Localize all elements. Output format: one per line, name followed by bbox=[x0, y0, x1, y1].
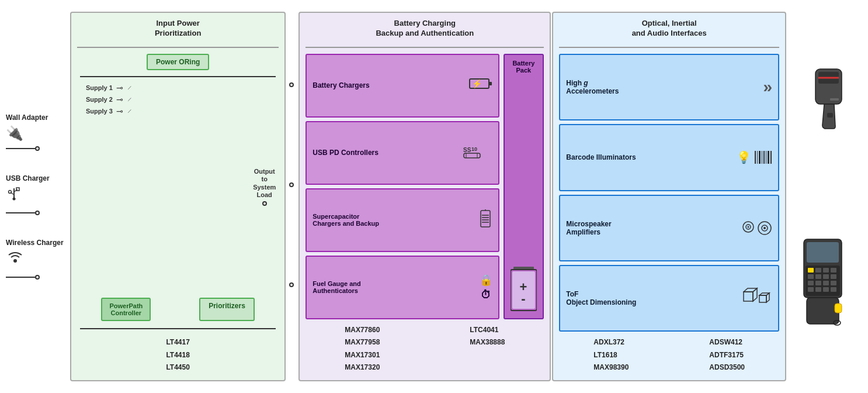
svg-text:⚡: ⚡ bbox=[472, 79, 482, 89]
wireless-charger-input: Wireless Charger bbox=[6, 239, 64, 280]
battery-chargers-block: Battery Chargers ⚡ bbox=[305, 54, 499, 118]
tof-block: ToFObject Dimensioning bbox=[559, 265, 779, 332]
svg-rect-8 bbox=[489, 82, 492, 85]
svg-marker-45 bbox=[766, 293, 769, 302]
svg-rect-57 bbox=[831, 268, 836, 273]
svg-rect-54 bbox=[808, 268, 814, 273]
usb-pd-icon: SS 10 bbox=[463, 145, 492, 161]
green-divider bbox=[77, 47, 279, 48]
switch3-icon: ⊸ bbox=[116, 106, 123, 116]
svg-text:SS: SS bbox=[463, 147, 471, 153]
svg-rect-33 bbox=[770, 151, 772, 164]
battery-pack-col: BatteryPack + - bbox=[503, 54, 544, 319]
wall-adapter-icon: 🔌 bbox=[6, 125, 23, 142]
battery-chargers-icon: ⚡ bbox=[469, 77, 492, 94]
svg-rect-43 bbox=[759, 295, 766, 302]
accelerometers-block: High gAccelerometers » bbox=[559, 54, 779, 120]
svg-rect-2 bbox=[16, 188, 19, 191]
svg-rect-30 bbox=[763, 151, 765, 164]
power-oring-box: Power ORing bbox=[147, 54, 209, 70]
blue-footer-left: ADXL372LT1618MAX98390 bbox=[593, 336, 629, 374]
fuel-gauge-block: Fuel Gauge andAuthenticators 🔒 ⏱ bbox=[305, 256, 499, 319]
main-container: Wall Adapter 🔌 USB Charger bbox=[0, 0, 868, 393]
connector-bot bbox=[289, 282, 294, 287]
gauge-icon: ⏱ bbox=[481, 289, 491, 301]
usb-charger-icon bbox=[6, 186, 22, 206]
svg-rect-52 bbox=[807, 242, 839, 263]
svg-rect-29 bbox=[762, 151, 762, 164]
purple-footer: MAX77860MAX77958MAX17301MAX17320 LTC4041… bbox=[305, 324, 544, 374]
switch-row-3: Supply 3 ⊸ ⟋ bbox=[86, 106, 251, 116]
svg-rect-61 bbox=[831, 274, 836, 279]
usb-charger-input: USB Charger bbox=[6, 174, 64, 215]
green-panel: Input PowerPrioritization Power ORing Su… bbox=[70, 12, 286, 381]
output-connector-dot bbox=[262, 201, 267, 206]
usb-charger-label: USB Charger bbox=[6, 174, 50, 182]
svg-point-36 bbox=[748, 226, 749, 227]
wireless-charger-icon bbox=[6, 250, 25, 270]
svg-rect-65 bbox=[831, 281, 836, 285]
purple-footer-left: MAX77860MAX77958MAX17301MAX17320 bbox=[345, 324, 380, 374]
connector-mid bbox=[289, 182, 294, 187]
connector-top bbox=[289, 82, 294, 87]
svg-point-39 bbox=[763, 227, 766, 229]
switch1-icon: ⊸ bbox=[116, 83, 123, 92]
svg-rect-63 bbox=[815, 281, 821, 285]
svg-rect-70 bbox=[807, 298, 839, 324]
panel-connectors-left bbox=[286, 12, 297, 381]
purple-panel-title: Battery ChargingBackup and Authenticatio… bbox=[305, 19, 544, 39]
accelerometers-label: High gAccelerometers bbox=[566, 79, 619, 95]
supercap-label: SupercapacitorChargers and Backup bbox=[313, 213, 379, 227]
usb-pd-label: USB PD Controllers bbox=[313, 149, 379, 157]
svg-rect-49 bbox=[827, 113, 833, 118]
svg-rect-31 bbox=[766, 151, 766, 164]
svg-rect-71 bbox=[835, 304, 842, 313]
svg-rect-58 bbox=[808, 274, 814, 279]
supercap-block: SupercapacitorChargers and Backup bbox=[305, 188, 499, 252]
fuel-gauge-label: Fuel Gauge andAuthenticators bbox=[313, 280, 361, 294]
svg-rect-55 bbox=[815, 268, 821, 273]
wireless-charger-label: Wireless Charger bbox=[6, 239, 64, 247]
svg-point-4 bbox=[9, 191, 12, 194]
output-label: OutputtoSystemLoad bbox=[253, 168, 276, 199]
barcode-block: Barcode Illuminators 💡 bbox=[559, 124, 779, 191]
battery-pack-box: BatteryPack + - bbox=[504, 54, 544, 319]
speaker-icons bbox=[742, 220, 772, 236]
prioritizers-box: Prioritizers bbox=[199, 298, 255, 321]
svg-rect-26 bbox=[755, 151, 756, 164]
supply1-label: Supply 1 bbox=[86, 84, 113, 91]
wall-adapter-input: Wall Adapter 🔌 bbox=[6, 113, 64, 151]
blue-footer: ADXL372LT1618MAX98390 ADSW412ADTF3175ADS… bbox=[559, 336, 779, 374]
svg-rect-15 bbox=[481, 211, 490, 227]
supercap-icon bbox=[478, 209, 492, 231]
barcode-icon: 💡 bbox=[737, 150, 772, 164]
svg-rect-59 bbox=[815, 274, 821, 279]
svg-point-6 bbox=[13, 259, 17, 263]
supply3-label: Supply 3 bbox=[86, 108, 113, 115]
barcode-label: Barcode Illuminators bbox=[566, 153, 636, 161]
svg-rect-56 bbox=[823, 268, 829, 273]
usb-pd-block: USB PD Controllers SS 10 bbox=[305, 121, 499, 185]
purple-divider bbox=[305, 47, 544, 48]
svg-rect-40 bbox=[744, 292, 753, 301]
wall-adapter-label: Wall Adapter bbox=[6, 113, 48, 122]
tof-icon bbox=[743, 287, 772, 310]
svg-marker-42 bbox=[753, 288, 757, 301]
switch-row-1: Supply 1 ⊸ ⟋ bbox=[86, 83, 251, 92]
purple-blocks: Battery Chargers ⚡ USB PD Control bbox=[305, 54, 499, 319]
double-arrow-icon: » bbox=[763, 78, 772, 96]
switch-row-2: Supply 2 ⊸ ⟋ bbox=[86, 95, 251, 104]
svg-rect-68 bbox=[823, 287, 829, 292]
svg-point-5 bbox=[13, 198, 16, 201]
purple-footer-right: LTC4041MAX38888 bbox=[470, 324, 505, 374]
panels-row: Input PowerPrioritization Power ORing Su… bbox=[70, 12, 786, 381]
tof-label: ToFObject Dimensioning bbox=[566, 290, 636, 306]
images-column bbox=[786, 12, 862, 381]
blue-blocks: High gAccelerometers » Barcode Illuminat… bbox=[559, 54, 779, 332]
lock-icon: 🔒 bbox=[480, 274, 492, 287]
purple-panel: Battery ChargingBackup and Authenticatio… bbox=[298, 12, 551, 381]
switch2-icon: ⊸ bbox=[116, 95, 123, 104]
purple-inner: Battery Chargers ⚡ USB PD Control bbox=[305, 54, 544, 319]
barcode-scanner-image bbox=[798, 63, 856, 133]
svg-rect-60 bbox=[823, 274, 829, 279]
